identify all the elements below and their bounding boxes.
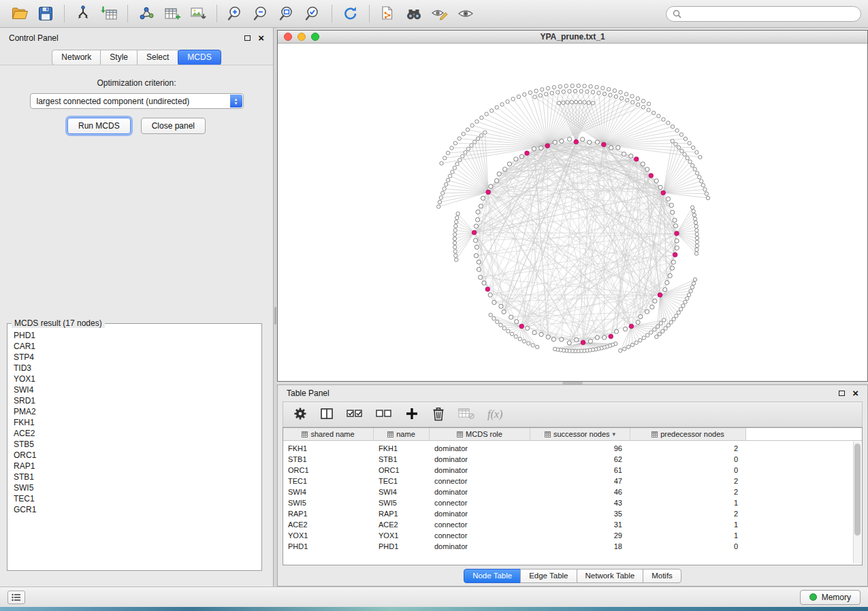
mcds-result-item[interactable]: CAR1: [14, 341, 255, 352]
float-panel-icon[interactable]: [244, 35, 251, 41]
column-header-MCDS-role[interactable]: MCDS role: [430, 428, 530, 440]
table-row[interactable]: STB1STB1dominator620: [283, 454, 862, 465]
splitter-handle[interactable]: [562, 382, 583, 384]
deselect-all-columns-button[interactable]: [376, 408, 392, 422]
scrollbar-thumb[interactable]: [854, 444, 861, 535]
zoom-fit-button[interactable]: [274, 3, 300, 24]
table-cell: 46: [530, 488, 630, 496]
close-panel-icon[interactable]: ×: [258, 35, 264, 42]
memory-button[interactable]: Memory: [800, 590, 861, 605]
vertical-splitter[interactable]: [274, 28, 277, 587]
search-input[interactable]: [685, 9, 854, 18]
mcds-result-item[interactable]: TEC1: [14, 493, 255, 504]
mcds-result-item[interactable]: SRD1: [14, 395, 255, 406]
mcds-result-item[interactable]: SWI4: [14, 384, 255, 395]
mcds-result-item[interactable]: TID3: [14, 363, 255, 374]
table-row[interactable]: TEC1TEC1connector472: [283, 476, 862, 486]
refresh-view-button[interactable]: [338, 3, 364, 24]
open-session-button[interactable]: [7, 3, 33, 24]
mcds-result-item[interactable]: RAP1: [14, 461, 255, 472]
zoom-in-button[interactable]: [223, 3, 248, 24]
mcds-result-item[interactable]: SWI5: [14, 482, 255, 493]
show-details-button[interactable]: [453, 3, 479, 24]
table-cell: STB1: [374, 455, 430, 463]
network-window-titlebar[interactable]: YPA_prune.txt_1: [278, 31, 867, 44]
search-box[interactable]: [666, 6, 861, 22]
table-cell: dominator: [430, 466, 530, 474]
create-column-button[interactable]: [405, 407, 419, 423]
table-row[interactable]: SWI5SWI5connector431: [283, 497, 862, 508]
optimization-dropdown[interactable]: largest connected component (undirected)…: [30, 93, 244, 109]
table-cell: SWI5: [374, 499, 430, 507]
mcds-result-item[interactable]: STB1: [14, 472, 255, 482]
export-image-button[interactable]: [185, 3, 211, 24]
new-table-button[interactable]: [159, 3, 185, 24]
table-row[interactable]: PHD1PHD1dominator180: [283, 541, 862, 552]
column-header-successor-nodes[interactable]: successor nodes▾: [530, 428, 630, 440]
table-cell: 0: [630, 542, 746, 550]
apply-style-button[interactable]: [427, 3, 453, 24]
new-network-button[interactable]: [133, 3, 159, 24]
minimize-window-icon[interactable]: [298, 33, 306, 41]
select-all-columns-button[interactable]: [347, 408, 363, 422]
close-panel-icon[interactable]: ×: [852, 390, 858, 397]
close-window-icon[interactable]: [284, 33, 292, 41]
table-cell: dominator: [430, 488, 530, 496]
show-columns-button[interactable]: [320, 407, 334, 423]
tab-edge-table[interactable]: Edge Table: [520, 569, 577, 583]
delete-column-button[interactable]: [432, 406, 445, 423]
tab-network-table[interactable]: Network Table: [577, 569, 644, 583]
table-row[interactable]: ACE2ACE2connector311: [283, 519, 862, 530]
save-session-button[interactable]: [33, 3, 59, 24]
import-network-button[interactable]: [70, 3, 96, 24]
table-settings-button[interactable]: [293, 407, 307, 423]
clone-network-button[interactable]: [375, 3, 401, 24]
control-panel-title: Control Panel: [9, 33, 59, 43]
mcds-result-item[interactable]: STB5: [14, 439, 255, 450]
table-cell: TEC1: [283, 477, 374, 485]
column-header-name[interactable]: name: [374, 428, 430, 440]
network-canvas[interactable]: [278, 44, 867, 381]
column-header-shared-name[interactable]: shared name: [283, 428, 374, 440]
zoom-selected-button[interactable]: [300, 3, 326, 24]
column-header-predecessor-nodes[interactable]: predecessor nodes: [630, 428, 746, 440]
table-row[interactable]: SWI4SWI4dominator462: [283, 486, 862, 497]
maximize-window-icon[interactable]: [311, 33, 319, 41]
mcds-result-item[interactable]: GCR1: [14, 504, 255, 515]
table-cell: SWI4: [283, 488, 374, 496]
find-button[interactable]: [401, 3, 427, 24]
export-image-icon: [189, 5, 207, 22]
style-eye-pen-icon: [431, 5, 449, 22]
mcds-result-item[interactable]: PMA2: [14, 406, 255, 417]
tab-network[interactable]: Network: [52, 50, 101, 65]
splitter-handle[interactable]: [274, 307, 276, 325]
tab-motifs[interactable]: Motifs: [643, 569, 681, 583]
mcds-result-item[interactable]: ORC1: [14, 450, 255, 461]
table-cell: RAP1: [374, 510, 430, 518]
tab-mcds[interactable]: MCDS: [178, 50, 221, 65]
tab-node-table[interactable]: Node Table: [464, 569, 521, 583]
mcds-result-item[interactable]: YOX1: [14, 374, 255, 384]
table-row[interactable]: ORC1ORC1dominator610: [283, 465, 862, 476]
zoom-out-button[interactable]: [248, 3, 274, 24]
mcds-result-item[interactable]: STP4: [14, 352, 255, 363]
table-row[interactable]: FKH1FKH1dominator962: [283, 443, 862, 454]
import-table-button[interactable]: [96, 3, 122, 24]
table-row[interactable]: RAP1RAP1dominator352: [283, 508, 862, 519]
mcds-result-item[interactable]: FKH1: [14, 417, 255, 428]
status-menu-button[interactable]: [7, 591, 25, 604]
run-mcds-button[interactable]: Run MCDS: [67, 118, 131, 134]
table-row[interactable]: YOX1YOX1connector291: [283, 530, 862, 541]
delete-table-icon: [458, 408, 475, 420]
tab-style[interactable]: Style: [100, 50, 138, 65]
float-panel-icon[interactable]: [839, 391, 845, 396]
tab-select[interactable]: Select: [137, 50, 178, 65]
table-scrollbar[interactable]: [853, 442, 861, 563]
horizontal-splitter[interactable]: [277, 382, 868, 384]
toolbar-separator: [216, 5, 217, 22]
close-mcds-panel-button[interactable]: Close panel: [141, 118, 206, 134]
table-cell: dominator: [430, 444, 530, 452]
mcds-result-item[interactable]: PHD1: [14, 330, 255, 341]
mcds-result-item[interactable]: ACE2: [14, 428, 255, 439]
table-cell: 62: [530, 455, 630, 463]
